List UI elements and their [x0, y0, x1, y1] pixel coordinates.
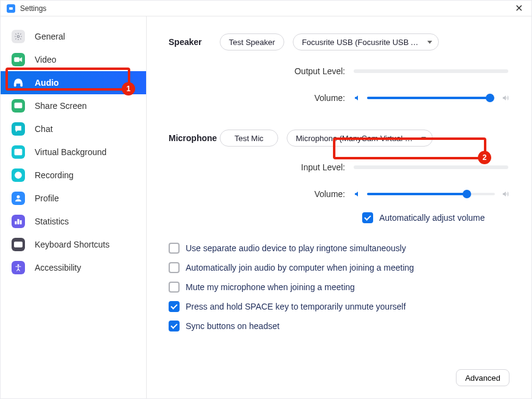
- checkbox-icon[interactable]: [169, 301, 180, 312]
- speaker-volume-label: Volume:: [220, 93, 354, 103]
- checkbox-icon[interactable]: [169, 282, 180, 293]
- option-auto-join-audio[interactable]: Automatically join audio by computer whe…: [169, 262, 509, 273]
- option-separate-ringtone-device[interactable]: Use separate audio device to play ringto…: [169, 243, 509, 254]
- sidebar-item-statistics[interactable]: Statistics: [1, 210, 146, 233]
- test-mic-button[interactable]: Test Mic: [220, 130, 278, 147]
- zoom-app-icon: [7, 4, 15, 13]
- keyboard-icon: [12, 238, 25, 251]
- svg-rect-10: [15, 221, 16, 224]
- sidebar-item-virtual-background[interactable]: Virtual Background: [1, 141, 146, 164]
- svg-point-0: [17, 35, 19, 38]
- sidebar-item-label: Share Screen: [35, 101, 87, 111]
- option-label: Automatically join audio by computer whe…: [186, 263, 414, 272]
- svg-point-19: [18, 265, 19, 266]
- speaker-device-select[interactable]: Focusrite USB (Focusrite USB Aud…: [293, 33, 439, 50]
- auto-adjust-volume-option[interactable]: Automatically adjust volume: [220, 212, 509, 223]
- slider-thumb[interactable]: [486, 94, 494, 102]
- slider-fill: [367, 193, 467, 195]
- svg-rect-16: [18, 243, 19, 244]
- checkbox-icon[interactable]: [362, 212, 373, 223]
- settings-window: Settings ✕ General Video Au: [0, 0, 532, 399]
- microphone-heading: Microphone: [169, 130, 220, 143]
- sidebar-item-video[interactable]: Video: [1, 48, 146, 71]
- sidebar-item-label: Profile: [35, 193, 59, 203]
- option-mute-on-join[interactable]: Mute my microphone when joining a meetin…: [169, 282, 509, 293]
- option-space-to-unmute[interactable]: Press and hold SPACE key to temporarily …: [169, 301, 509, 312]
- video-icon: [12, 53, 25, 66]
- input-level-meter: [354, 165, 508, 169]
- option-label: Press and hold SPACE key to temporarily …: [186, 302, 406, 311]
- speaker-high-icon: [501, 190, 509, 198]
- svg-point-6: [16, 151, 18, 152]
- option-sync-headset-buttons[interactable]: Sync buttons on headset: [169, 321, 509, 331]
- output-level-meter: [354, 69, 508, 73]
- sidebar-item-chat[interactable]: Chat: [1, 117, 146, 141]
- chat-icon: [12, 122, 25, 136]
- svg-point-9: [17, 195, 20, 198]
- sidebar-item-keyboard-shortcuts[interactable]: Keyboard Shortcuts: [1, 233, 146, 256]
- svg-rect-13: [15, 242, 23, 247]
- sidebar-item-label: Keyboard Shortcuts: [35, 240, 110, 249]
- sidebar-item-label: Audio: [35, 78, 59, 88]
- speaker-volume-slider[interactable]: [367, 97, 495, 99]
- sidebar-item-accessibility[interactable]: Accessibility: [1, 256, 146, 279]
- svg-rect-18: [16, 245, 21, 246]
- headphones-icon: [12, 76, 25, 89]
- sidebar-item-recording[interactable]: Recording: [1, 164, 146, 187]
- speaker-heading: Speaker: [169, 33, 220, 47]
- svg-rect-3: [21, 83, 23, 86]
- sidebar-item-label: Accessibility: [35, 263, 81, 272]
- gear-icon: [12, 30, 25, 43]
- profile-icon: [12, 192, 25, 205]
- checkbox-icon[interactable]: [169, 243, 180, 254]
- svg-rect-1: [15, 58, 19, 62]
- sidebar: General Video Audio Share Screen: [1, 16, 147, 398]
- slider-thumb[interactable]: [463, 190, 471, 198]
- mic-volume-slider[interactable]: [367, 193, 495, 195]
- checkbox-icon[interactable]: [169, 262, 180, 273]
- sidebar-item-general[interactable]: General: [1, 25, 146, 48]
- svg-point-8: [17, 174, 20, 177]
- record-icon: [12, 168, 25, 182]
- checkbox-icon[interactable]: [169, 321, 180, 331]
- svg-rect-15: [17, 243, 18, 244]
- svg-rect-11: [18, 220, 19, 224]
- svg-rect-2: [14, 83, 16, 86]
- speaker-low-icon: [354, 94, 361, 102]
- output-level-label: Output Level:: [220, 66, 354, 76]
- speaker-low-icon: [354, 190, 361, 198]
- close-icon[interactable]: ✕: [513, 4, 525, 13]
- sidebar-item-label: Recording: [35, 170, 74, 180]
- svg-rect-12: [20, 220, 21, 224]
- sidebar-item-share-screen[interactable]: Share Screen: [1, 94, 146, 117]
- sidebar-item-label: Video: [35, 55, 57, 64]
- speaker-device-value: Focusrite USB (Focusrite USB Aud…: [302, 38, 421, 47]
- auto-adjust-label: Automatically adjust volume: [379, 213, 485, 223]
- test-speaker-button[interactable]: Test Speaker: [220, 33, 284, 50]
- sidebar-item-label: Virtual Background: [35, 147, 107, 157]
- option-label: Sync buttons on headset: [186, 321, 279, 331]
- mic-volume-label: Volume:: [220, 189, 354, 199]
- statistics-icon: [12, 215, 25, 228]
- speaker-section: Speaker Test Speaker Focusrite USB (Focu…: [169, 33, 509, 103]
- sidebar-item-label: Statistics: [35, 217, 69, 226]
- mic-device-select[interactable]: Microphone (ManyCam Virtual M…: [287, 130, 433, 147]
- slider-fill: [367, 97, 490, 99]
- svg-rect-17: [19, 243, 20, 244]
- sidebar-item-profile[interactable]: Profile: [1, 187, 146, 210]
- sidebar-item-audio[interactable]: Audio: [1, 71, 146, 94]
- option-label: Mute my microphone when joining a meetin…: [186, 282, 355, 292]
- input-level-label: Input Level:: [220, 162, 354, 172]
- mic-device-value: Microphone (ManyCam Virtual M…: [296, 134, 415, 143]
- microphone-section: Microphone Test Mic Microphone (ManyCam …: [169, 130, 509, 223]
- speaker-high-icon: [501, 94, 509, 102]
- sidebar-item-label: General: [35, 32, 65, 41]
- accessibility-icon: [12, 261, 25, 274]
- content-pane: Speaker Test Speaker Focusrite USB (Focu…: [147, 16, 531, 398]
- titlebar: Settings ✕: [1, 1, 531, 16]
- virtual-background-icon: [12, 145, 25, 159]
- share-screen-icon: [12, 99, 25, 113]
- svg-rect-14: [15, 243, 16, 244]
- advanced-button[interactable]: Advanced: [456, 369, 509, 386]
- audio-options-list: Use separate audio device to play ringto…: [169, 243, 509, 331]
